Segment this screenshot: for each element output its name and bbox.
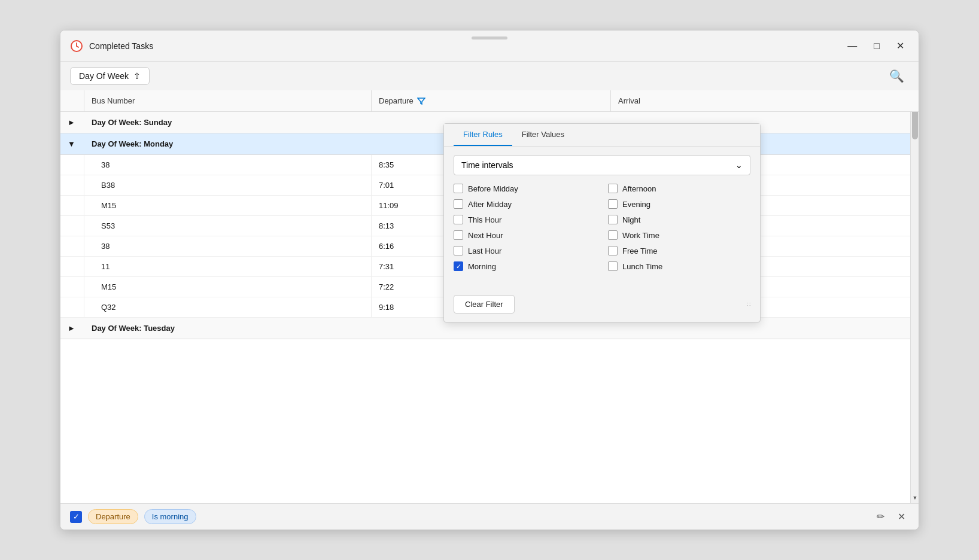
filter-tabs: Filter Rules Filter Values xyxy=(444,124,760,147)
checkbox-next-hour[interactable]: Next Hour xyxy=(454,230,596,240)
chevron-down-icon: ⌄ xyxy=(735,160,743,170)
title-bar-left: Completed Tasks xyxy=(70,39,153,53)
minimize-button[interactable]: — xyxy=(843,38,862,54)
expand-icon-sunday: ► xyxy=(68,118,75,127)
maximize-button[interactable]: □ xyxy=(869,38,884,54)
checkbox-last-hour[interactable]: Last Hour xyxy=(454,246,596,255)
interval-dropdown[interactable]: Time intervals ⌄ xyxy=(454,155,750,175)
checkbox-box-afternoon[interactable] xyxy=(608,184,618,193)
expand-icon-tuesday: ► xyxy=(68,324,75,333)
td-bus: Q32 xyxy=(84,297,372,317)
main-window: Completed Tasks — □ ✕ Day Of Week ⇧ 🔍 Bu… xyxy=(60,30,919,530)
filter-tag-departure[interactable]: Departure xyxy=(88,509,138,524)
th-departure: Departure xyxy=(372,90,611,111)
bottom-left: ✓ Departure Is morning xyxy=(70,509,196,524)
checkbox-box-night[interactable] xyxy=(608,215,618,224)
filter-tag-morning[interactable]: Is morning xyxy=(144,509,196,524)
td-bus: M15 xyxy=(84,196,372,215)
checkbox-night[interactable]: Night xyxy=(608,215,750,224)
checkbox-after-midday[interactable]: After Midday xyxy=(454,199,596,209)
checkbox-morning[interactable]: ✓ Morning xyxy=(454,261,596,271)
checkbox-label-next-hour: Next Hour xyxy=(468,231,503,240)
checkbox-box-evening[interactable] xyxy=(608,199,618,209)
window-controls: — □ ✕ xyxy=(843,38,909,54)
clear-filter-button[interactable]: Clear Filter xyxy=(454,295,515,314)
td-bus: M15 xyxy=(84,277,372,297)
bottom-right: ✏ ✕ xyxy=(873,509,909,525)
group-expander-tuesday[interactable]: ► xyxy=(60,318,84,339)
filter-footer: Clear Filter ∷ xyxy=(444,289,760,322)
checkbox-afternoon[interactable]: Afternoon xyxy=(608,184,750,193)
group-expander-monday[interactable]: ▼ xyxy=(60,133,84,154)
resize-handle[interactable]: ∷ xyxy=(747,301,750,308)
app-icon xyxy=(70,39,83,53)
checkbox-label-afternoon: Afternoon xyxy=(622,184,656,193)
groupby-label: Day Of Week xyxy=(79,71,129,81)
checkbox-box-last-hour[interactable] xyxy=(454,246,463,255)
checkbox-box-before-midday[interactable] xyxy=(454,184,463,193)
chevron-up-icon: ⇧ xyxy=(133,71,141,81)
filter-popup: Filter Rules Filter Values Time interval… xyxy=(443,123,761,322)
scrollbar[interactable]: ▲ ▼ xyxy=(910,90,919,503)
interval-dropdown-label: Time intervals xyxy=(461,160,513,170)
filter-icon[interactable] xyxy=(417,97,425,105)
group-expander-sunday[interactable]: ► xyxy=(60,112,84,133)
checkbox-box-free-time[interactable] xyxy=(608,246,618,255)
checkbox-label-lunch-time: Lunch Time xyxy=(622,262,662,271)
td-empty xyxy=(60,216,84,236)
scroll-down-arrow[interactable]: ▼ xyxy=(911,492,919,503)
td-bus: 11 xyxy=(84,257,372,276)
checkbox-work-time[interactable]: Work Time xyxy=(608,230,750,240)
checkbox-evening[interactable]: Evening xyxy=(608,199,750,209)
td-empty xyxy=(60,175,84,195)
title-bar: Completed Tasks — □ ✕ xyxy=(60,31,919,62)
td-bus: S53 xyxy=(84,216,372,236)
checkmark-bottom: ✓ xyxy=(73,512,80,521)
checkbox-box-lunch-time[interactable] xyxy=(608,261,618,271)
close-button[interactable]: ✕ xyxy=(892,38,909,54)
td-empty xyxy=(60,196,84,215)
checkmark-morning: ✓ xyxy=(456,263,461,270)
toolbar: Day Of Week ⇧ 🔍 xyxy=(60,62,919,90)
td-bus: 38 xyxy=(84,155,372,175)
td-empty xyxy=(60,277,84,297)
td-empty xyxy=(60,257,84,276)
checkbox-label-work-time: Work Time xyxy=(622,231,659,240)
checkbox-this-hour[interactable]: This Hour xyxy=(454,215,596,224)
checkbox-before-midday[interactable]: Before Midday xyxy=(454,184,596,193)
expand-icon-monday: ▼ xyxy=(68,139,75,148)
checkbox-box-next-hour[interactable] xyxy=(454,230,463,240)
drag-handle[interactable] xyxy=(472,36,507,39)
checkbox-lunch-time[interactable]: Lunch Time xyxy=(608,261,750,271)
tab-filter-values[interactable]: Filter Values xyxy=(512,124,574,146)
th-arrival: Arrival xyxy=(611,90,919,111)
checkbox-label-after-midday: After Midday xyxy=(468,200,512,209)
groupby-dropdown[interactable]: Day Of Week ⇧ xyxy=(70,67,150,85)
bottom-bar: ✓ Departure Is morning ✏ ✕ xyxy=(60,503,919,529)
td-bus: B38 xyxy=(84,175,372,195)
th-expander xyxy=(60,90,84,111)
bottom-checkbox[interactable]: ✓ xyxy=(70,511,82,523)
checkbox-box-this-hour[interactable] xyxy=(454,215,463,224)
search-icon: 🔍 xyxy=(889,69,904,83)
checkbox-label-morning: Morning xyxy=(468,262,496,271)
checkbox-grid: Before Midday Afternoon After Midday Eve… xyxy=(454,184,750,271)
table-header: Bus Number Departure Arrival xyxy=(60,90,919,112)
checkbox-label-night: Night xyxy=(622,215,640,224)
checkbox-label-evening: Evening xyxy=(622,200,650,209)
checkbox-box-after-midday[interactable] xyxy=(454,199,463,209)
td-empty xyxy=(60,155,84,175)
close-filter-button[interactable]: ✕ xyxy=(894,509,909,525)
search-button[interactable]: 🔍 xyxy=(884,66,909,86)
checkbox-label-this-hour: This Hour xyxy=(468,215,501,224)
tab-filter-rules[interactable]: Filter Rules xyxy=(454,124,512,146)
checkbox-box-morning[interactable]: ✓ xyxy=(454,261,463,271)
filter-body: Time intervals ⌄ Before Midday Afternoon xyxy=(444,147,760,289)
window-title: Completed Tasks xyxy=(89,41,153,51)
checkbox-box-work-time[interactable] xyxy=(608,230,618,240)
td-empty xyxy=(60,236,84,256)
checkbox-label-free-time: Free Time xyxy=(622,246,658,255)
th-bus-number: Bus Number xyxy=(84,90,372,111)
checkbox-free-time[interactable]: Free Time xyxy=(608,246,750,255)
edit-button[interactable]: ✏ xyxy=(873,509,888,525)
